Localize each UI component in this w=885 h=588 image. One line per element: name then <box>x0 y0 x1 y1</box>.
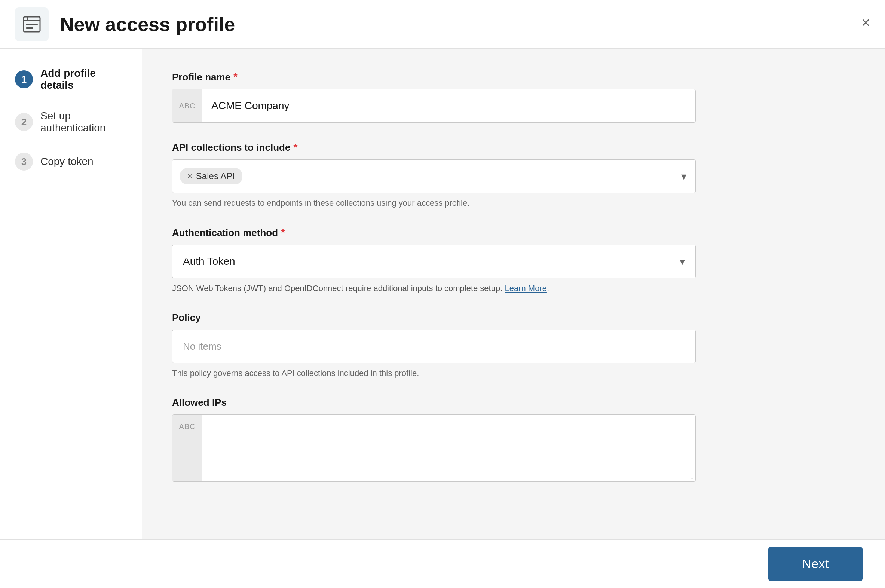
profile-name-prefix: ABC <box>172 89 202 122</box>
policy-helper: This policy governs access to API collec… <box>172 368 855 378</box>
allowed-ips-field[interactable] <box>202 415 695 482</box>
main-content: Profile name * ABC API collections to in… <box>142 49 885 539</box>
step-2-label: Set up authentication <box>40 110 127 134</box>
dropdown-arrow-icon: ▾ <box>681 170 686 183</box>
required-indicator: * <box>233 71 237 83</box>
profile-name-field[interactable] <box>202 100 695 112</box>
allowed-ips-label: Allowed IPs <box>172 397 855 408</box>
step-3[interactable]: 3 Copy token <box>15 153 127 171</box>
api-collections-helper: You can send requests to endpoints in th… <box>172 198 855 208</box>
required-indicator-3: * <box>281 226 285 238</box>
svg-rect-3 <box>26 24 38 25</box>
auth-method-group: Authentication method * Auth Token ▾ JSO… <box>172 226 855 293</box>
auth-method-value: Auth Token <box>183 255 680 267</box>
step-3-label: Copy token <box>40 156 93 168</box>
modal-header: New access profile × <box>0 0 885 49</box>
modal-title: New access profile <box>60 13 235 36</box>
resize-handle-icon: ⌟ <box>691 472 694 480</box>
auth-method-arrow-icon: ▾ <box>680 255 685 268</box>
step-2[interactable]: 2 Set up authentication <box>15 110 127 134</box>
jwt-info-text: JSON Web Tokens (JWT) and OpenIDConnect … <box>172 284 855 293</box>
auth-method-select[interactable]: Auth Token ▾ <box>172 244 696 278</box>
allowed-ips-prefix: ABC <box>172 415 202 482</box>
svg-rect-4 <box>26 27 33 29</box>
tag-label: Sales API <box>196 171 235 182</box>
policy-group: Policy No items This policy governs acce… <box>172 312 855 378</box>
sidebar: 1 Add profile details 2 Set up authentic… <box>0 49 142 539</box>
policy-placeholder: No items <box>183 341 221 352</box>
step-2-number: 2 <box>15 113 33 131</box>
close-button[interactable]: × <box>861 15 870 30</box>
api-collections-label: API collections to include * <box>172 141 855 153</box>
step-1-label: Add profile details <box>40 68 127 91</box>
policy-label: Policy <box>172 312 855 324</box>
allowed-ips-wrapper: ABC ⌟ <box>172 414 696 482</box>
api-collections-group: API collections to include * × Sales API… <box>172 141 855 208</box>
auth-method-label: Authentication method * <box>172 226 855 238</box>
tag-remove-icon[interactable]: × <box>188 171 192 181</box>
tag-sales-api: × Sales API <box>180 168 242 184</box>
modal: New access profile × 1 Add profile detai… <box>0 0 885 588</box>
step-3-number: 3 <box>15 153 33 171</box>
next-button[interactable]: Next <box>768 547 862 581</box>
required-indicator-2: * <box>293 141 297 153</box>
profile-name-input-wrapper: ABC <box>172 89 696 123</box>
profile-name-group: Profile name * ABC <box>172 71 855 123</box>
learn-more-link[interactable]: Learn More <box>505 284 547 293</box>
policy-select[interactable]: No items <box>172 330 696 363</box>
access-profile-icon <box>15 8 49 41</box>
modal-footer: Next <box>0 539 885 588</box>
api-collections-select[interactable]: × Sales API ▾ <box>172 159 696 193</box>
modal-body: 1 Add profile details 2 Set up authentic… <box>0 49 885 539</box>
step-1-number: 1 <box>15 70 33 88</box>
profile-name-label: Profile name * <box>172 71 855 83</box>
step-1[interactable]: 1 Add profile details <box>15 68 127 91</box>
allowed-ips-group: Allowed IPs ABC ⌟ <box>172 397 855 482</box>
